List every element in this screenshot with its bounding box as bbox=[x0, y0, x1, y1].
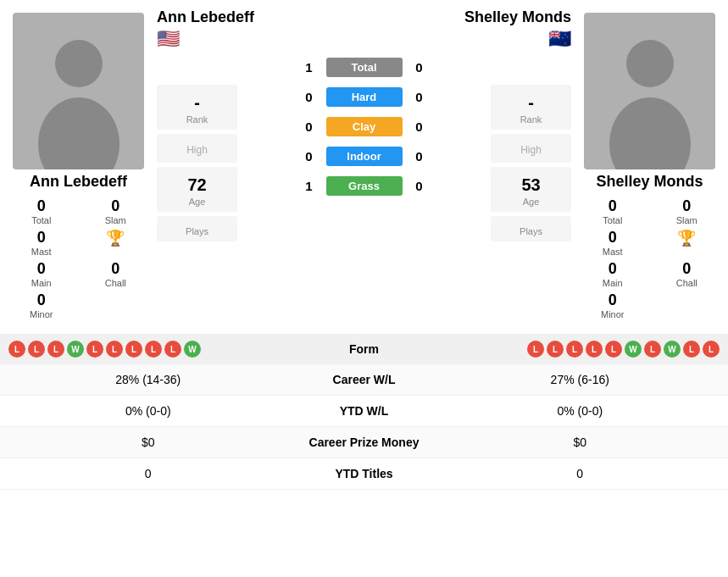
left-plays-card: Plays bbox=[157, 216, 237, 241]
hard-surface-row: 0 Hard 0 bbox=[244, 87, 484, 107]
left-indoor-score: 0 bbox=[292, 149, 326, 164]
clay-surface-row: 0 Clay 0 bbox=[244, 117, 484, 136]
svg-point-2 bbox=[626, 40, 674, 87]
left-hard-score: 0 bbox=[292, 90, 326, 104]
right-mast-cell: 0 Mast bbox=[575, 227, 650, 258]
right-hard-score: 0 bbox=[403, 90, 436, 104]
svg-point-0 bbox=[55, 40, 103, 87]
right-chall-label: Chall bbox=[676, 278, 697, 288]
right-trophy-cell: 🏆 bbox=[650, 227, 725, 258]
form-badge: L bbox=[683, 341, 700, 358]
form-badge: W bbox=[184, 341, 201, 358]
right-silhouette-icon bbox=[608, 34, 692, 169]
left-total-score: 1 bbox=[292, 60, 326, 75]
center-right-player-name: Shelley Monds bbox=[464, 8, 571, 26]
right-titles: 0 bbox=[441, 467, 720, 480]
grass-surface-row: 1 Grass 0 bbox=[244, 176, 484, 196]
player-right-block: Shelley Monds 0 Total 0 Slam 0 Mast 🏆 bbox=[571, 8, 728, 325]
hard-badge: Hard bbox=[326, 87, 403, 107]
form-badge: L bbox=[28, 341, 45, 358]
svg-point-1 bbox=[38, 97, 119, 169]
form-label: Form bbox=[314, 342, 415, 356]
left-prize: $0 bbox=[8, 436, 288, 449]
form-badge: L bbox=[164, 341, 181, 358]
right-slam-cell: 0 Slam bbox=[650, 196, 725, 227]
right-rank-value: - bbox=[497, 93, 564, 113]
right-flag-icon: 🇳🇿 bbox=[548, 28, 571, 50]
left-minor-label: Minor bbox=[30, 309, 53, 319]
right-main-label: Main bbox=[603, 278, 623, 288]
right-prize: $0 bbox=[441, 436, 720, 449]
right-player-name: Shelley Monds bbox=[596, 173, 703, 191]
form-section: LLLWLLLLLW Form LLLLLWLWLL bbox=[0, 334, 728, 364]
right-trophy-icon: 🏆 bbox=[677, 229, 696, 247]
right-rank-label: Rank bbox=[497, 114, 564, 125]
form-badge: L bbox=[605, 341, 622, 358]
total-badge: Total bbox=[326, 58, 403, 77]
right-main-value: 0 bbox=[609, 260, 617, 278]
left-avatar bbox=[13, 13, 144, 169]
left-high-label: High bbox=[164, 144, 231, 156]
right-clay-score: 0 bbox=[403, 119, 436, 134]
right-chall-value: 0 bbox=[682, 260, 691, 278]
form-badge: L bbox=[106, 341, 123, 358]
left-minor-cell: 0 Minor bbox=[4, 290, 79, 321]
form-badge: L bbox=[547, 341, 564, 358]
left-main-cell: 0 Main bbox=[4, 258, 79, 290]
left-high-card: High bbox=[157, 134, 237, 163]
left-age-value: 72 bbox=[164, 175, 231, 195]
left-main-label: Main bbox=[31, 278, 52, 288]
right-career-wl: 27% (6-16) bbox=[441, 373, 720, 386]
form-badge: L bbox=[145, 341, 162, 358]
career-wl-label: Career W/L bbox=[288, 373, 441, 386]
right-mast-value: 0 bbox=[609, 229, 617, 247]
form-badge: L bbox=[644, 341, 661, 358]
right-total-value: 0 bbox=[609, 197, 617, 215]
right-grass-score: 0 bbox=[403, 179, 436, 193]
left-mast-value: 0 bbox=[37, 229, 46, 247]
left-rank-value: - bbox=[164, 93, 231, 113]
right-plays-label: Plays bbox=[497, 226, 564, 236]
right-total-cell: 0 Total bbox=[575, 196, 650, 227]
right-rank-card: - Rank bbox=[491, 85, 571, 130]
left-total-label: Total bbox=[31, 215, 51, 225]
right-total-label: Total bbox=[603, 215, 622, 225]
form-badge: L bbox=[125, 341, 142, 358]
right-minor-value: 0 bbox=[609, 291, 617, 309]
form-badge: L bbox=[86, 341, 103, 358]
prize-label: Career Prize Money bbox=[288, 436, 441, 449]
indoor-badge: Indoor bbox=[326, 147, 403, 166]
right-ytd-wl: 0% (0-0) bbox=[441, 404, 720, 418]
right-stats-grid: 0 Total 0 Slam 0 Mast 🏆 0 Main bbox=[575, 196, 724, 321]
form-badge: W bbox=[664, 341, 681, 358]
left-stats-grid: 0 Total 0 Slam 0 Mast 🏆 0 Main bbox=[4, 196, 153, 321]
ytd-wl-label: YTD W/L bbox=[288, 404, 441, 418]
left-chall-label: Chall bbox=[105, 278, 126, 288]
right-chall-cell: 0 Chall bbox=[650, 258, 725, 290]
left-clay-score: 0 bbox=[292, 119, 326, 134]
right-total-score: 0 bbox=[403, 60, 436, 75]
left-flag-icon: 🇺🇸 bbox=[157, 28, 180, 50]
titles-label: YTD Titles bbox=[288, 467, 441, 480]
left-ytd-wl: 0% (0-0) bbox=[8, 404, 288, 418]
left-chall-cell: 0 Chall bbox=[79, 258, 153, 290]
indoor-surface-row: 0 Indoor 0 bbox=[244, 147, 484, 166]
left-player-name: Ann Lebedeff bbox=[30, 173, 127, 191]
form-badge: W bbox=[67, 341, 84, 358]
right-mast-label: Mast bbox=[603, 247, 623, 257]
left-mast-label: Mast bbox=[31, 247, 52, 257]
left-mast-cell: 0 Mast bbox=[4, 227, 79, 258]
form-badge: L bbox=[586, 341, 603, 358]
left-slam-label: Slam bbox=[105, 215, 126, 225]
main-container: Ann Lebedeff 0 Total 0 Slam 0 Mast 🏆 bbox=[0, 0, 728, 490]
titles-row: 0 YTD Titles 0 bbox=[0, 458, 728, 490]
left-grass-score: 1 bbox=[292, 179, 326, 193]
left-slam-value: 0 bbox=[111, 197, 119, 215]
right-minor-cell: 0 Minor bbox=[575, 290, 650, 321]
clay-badge: Clay bbox=[326, 117, 403, 136]
right-slam-value: 0 bbox=[682, 197, 691, 215]
left-total-cell: 0 Total bbox=[4, 196, 79, 227]
left-rank-label: Rank bbox=[164, 114, 231, 125]
right-plays-card: Plays bbox=[491, 216, 571, 241]
player-left-block: Ann Lebedeff 0 Total 0 Slam 0 Mast 🏆 bbox=[0, 8, 157, 325]
